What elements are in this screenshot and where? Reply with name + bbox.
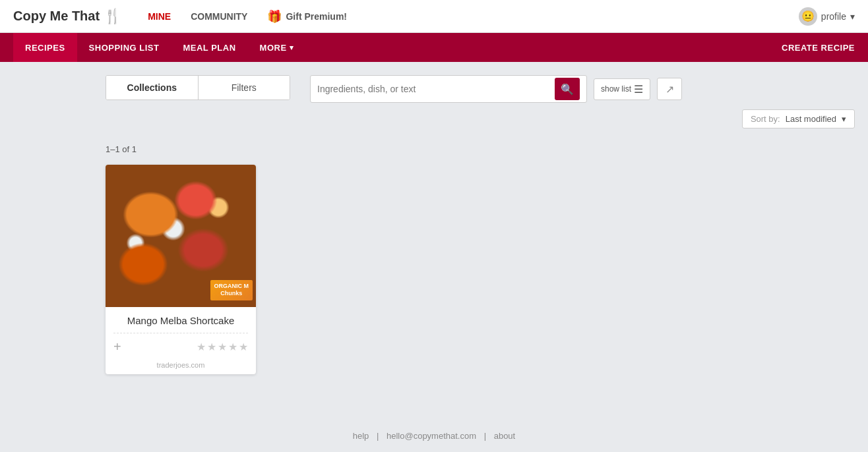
site-logo[interactable]: Copy Me That 🍴 — [13, 8, 121, 25]
pagination-info: 1–1 of 1 — [106, 144, 855, 154]
about-link[interactable]: about — [494, 431, 516, 441]
recipe-title: Mango Melba Shortcake — [113, 315, 248, 326]
sort-area: Sort by: Last modified ▾ — [310, 109, 855, 128]
community-link[interactable]: COMMUNITY — [191, 11, 247, 22]
mine-link[interactable]: MINE — [148, 11, 171, 22]
collections-tab[interactable]: Collections — [106, 76, 199, 99]
recipes-nav-item[interactable]: RECIPES — [13, 33, 77, 62]
show-list-label: show list — [601, 84, 631, 94]
profile-label: profile — [821, 11, 846, 22]
left-panel: Collections Filters — [106, 75, 290, 113]
gift-premium-link[interactable]: 🎁 Gift Premium! — [267, 9, 347, 24]
list-view-icon: ☰ — [634, 83, 643, 96]
gift-label: Gift Premium! — [286, 11, 347, 22]
footer-separator-1: | — [377, 431, 379, 441]
recipe-body: Mango Melba Shortcake + ★ ★ ★ ★ ★ — [106, 307, 256, 361]
profile-chevron-icon: ▾ — [850, 11, 855, 22]
sort-label: Sort by: — [751, 114, 780, 124]
star-1: ★ — [197, 341, 206, 353]
right-panel: 🔍 show list ☰ ↗ Sort by: Last — [310, 75, 855, 136]
recipe-footer: + ★ ★ ★ ★ ★ — [113, 340, 248, 353]
filters-tab[interactable]: Filters — [199, 76, 290, 99]
recipe-image: ORGANIC MChunks — [106, 165, 256, 307]
search-input[interactable] — [317, 84, 551, 94]
top-nav-links: MINE COMMUNITY 🎁 Gift Premium! — [148, 9, 799, 24]
recipe-divider — [113, 333, 248, 333]
search-bar: 🔍 — [310, 75, 587, 103]
star-2: ★ — [207, 341, 216, 353]
add-recipe-button[interactable]: + — [113, 340, 121, 353]
pagination-text: 1–1 of 1 — [106, 144, 137, 154]
controls-row: Collections Filters 🔍 show list ☰ — [106, 75, 855, 136]
search-icon: 🔍 — [561, 83, 574, 96]
shopping-list-nav-item[interactable]: SHOPPING LIST — [77, 33, 171, 62]
more-nav-item[interactable]: MORE ▾ — [248, 33, 306, 62]
recipe-card[interactable]: ORGANIC MChunks Mango Melba Shortcake + … — [106, 165, 256, 374]
sort-dropdown[interactable]: Sort by: Last modified ▾ — [742, 109, 855, 128]
sort-chevron-icon: ▾ — [842, 114, 846, 124]
meal-plan-nav-item[interactable]: MEAL PLAN — [171, 33, 247, 62]
gift-icon: 🎁 — [267, 9, 282, 24]
top-navigation: Copy Me That 🍴 MINE COMMUNITY 🎁 Gift Pre… — [0, 0, 868, 33]
recipe-grid: ORGANIC MChunks Mango Melba Shortcake + … — [106, 165, 855, 374]
star-5: ★ — [239, 341, 248, 353]
logo-text: Copy Me That — [13, 9, 100, 24]
share-icon: ↗ — [666, 83, 674, 96]
tab-bar: Collections Filters — [106, 75, 290, 100]
page-footer: help | hello@copymethat.com | about — [0, 418, 868, 452]
star-4: ★ — [228, 341, 237, 353]
email-link[interactable]: hello@copymethat.com — [387, 431, 476, 441]
footer-separator-2: | — [484, 431, 486, 441]
recipe-source: traderjoes.com — [106, 361, 256, 374]
main-content: Collections Filters 🔍 show list ☰ — [0, 62, 868, 418]
share-button[interactable]: ↗ — [657, 78, 682, 100]
star-3: ★ — [218, 341, 227, 353]
help-link[interactable]: help — [353, 431, 369, 441]
profile-area[interactable]: 😐 profile ▾ — [799, 7, 855, 26]
secondary-navigation: RECIPES SHOPPING LIST MEAL PLAN MORE ▾ C… — [0, 33, 868, 62]
sort-value: Last modified — [786, 114, 836, 124]
more-chevron-icon: ▾ — [290, 43, 294, 52]
product-label: ORGANIC MChunks — [210, 280, 253, 300]
profile-avatar: 😐 — [799, 7, 817, 26]
create-recipe-button[interactable]: CREATE RECIPE — [782, 43, 855, 53]
logo-icon: 🍴 — [104, 8, 121, 25]
show-list-button[interactable]: show list ☰ — [594, 78, 650, 100]
search-button[interactable]: 🔍 — [555, 78, 580, 100]
right-tools: show list ☰ ↗ — [594, 78, 682, 100]
star-rating[interactable]: ★ ★ ★ ★ ★ — [197, 341, 248, 353]
